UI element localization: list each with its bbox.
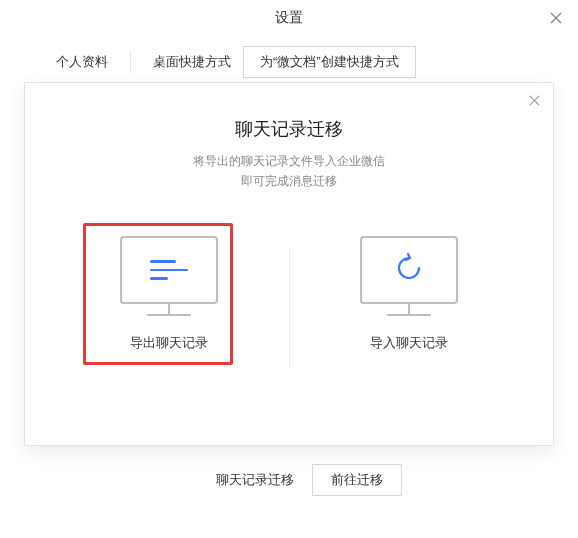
option-export-label: 导出聊天记录 bbox=[130, 334, 208, 352]
tab-profile[interactable]: 个人资料 bbox=[44, 47, 120, 77]
refresh-icon bbox=[394, 253, 424, 287]
text-lines-icon bbox=[150, 260, 188, 280]
close-icon bbox=[550, 12, 562, 24]
close-icon bbox=[529, 95, 540, 106]
option-export[interactable]: 导出聊天记录 bbox=[49, 236, 289, 352]
options-row: 导出聊天记录 导入聊天记录 bbox=[25, 236, 553, 352]
modal-subtitle: 将导出的聊天记录文件导入企业微信 即可完成消息迁移 bbox=[25, 151, 553, 192]
monitor-icon bbox=[360, 236, 458, 316]
bottom-row: 聊天记录迁移 前往迁移 bbox=[0, 464, 578, 496]
option-import-label: 导入聊天记录 bbox=[370, 334, 448, 352]
window-title: 设置 bbox=[275, 9, 303, 27]
chat-migration-modal: 聊天记录迁移 将导出的聊天记录文件导入企业微信 即可完成消息迁移 导出聊天记录 bbox=[24, 82, 554, 446]
tab-desktop-shortcut[interactable]: 桌面快捷方式 bbox=[141, 47, 243, 77]
window-close-button[interactable] bbox=[546, 8, 566, 28]
modal-close-button[interactable] bbox=[525, 91, 543, 109]
go-migrate-button[interactable]: 前往迁移 bbox=[312, 464, 402, 496]
tab-create-doc-shortcut[interactable]: 为“微文档”创建快捷方式 bbox=[243, 46, 416, 78]
bottom-label: 聊天记录迁移 bbox=[216, 471, 294, 489]
modal-title: 聊天记录迁移 bbox=[25, 117, 553, 141]
divider bbox=[130, 51, 131, 73]
option-import[interactable]: 导入聊天记录 bbox=[289, 236, 529, 352]
settings-window: 设置 个人资料 桌面快捷方式 为“微文档”创建快捷方式 聊天记录迁移 将导出的聊… bbox=[0, 0, 578, 538]
modal-subtitle-line: 将导出的聊天记录文件导入企业微信 bbox=[25, 151, 553, 171]
tabs-row: 个人资料 桌面快捷方式 为“微文档”创建快捷方式 bbox=[0, 36, 578, 88]
monitor-icon bbox=[120, 236, 218, 316]
modal-subtitle-line: 即可完成消息迁移 bbox=[25, 171, 553, 191]
modal-header: 聊天记录迁移 将导出的聊天记录文件导入企业微信 即可完成消息迁移 bbox=[25, 83, 553, 192]
title-bar: 设置 bbox=[0, 0, 578, 36]
